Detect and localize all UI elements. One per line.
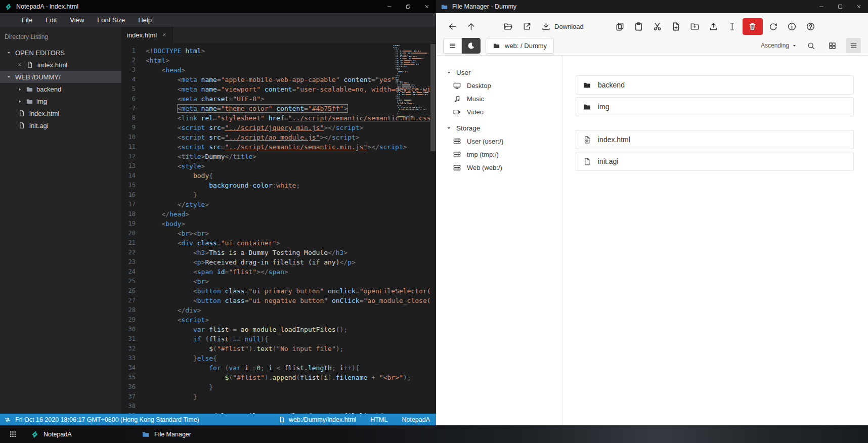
scissors-icon [653,22,662,31]
minimap[interactable] [393,45,428,118]
sidebar-section-header-user[interactable]: User [436,66,562,79]
code-line-34: 34 for (var i =0; i < flist.length; i++)… [121,363,430,373]
tree-item-backend[interactable]: backend [0,83,121,95]
file-row-index-html[interactable]: index.html [576,130,854,149]
file-manager-content: UserDesktopMusicVideoStorageUser (user:/… [436,56,868,425]
paste-button[interactable] [629,18,648,35]
tab-label: index.html [127,31,157,39]
apps-grid-icon [9,430,17,438]
tree-item-index-html[interactable]: index.html [0,59,121,71]
download-button[interactable]: Download [536,18,589,35]
sidebar-item-music[interactable]: Music [436,92,562,105]
grid-view-button[interactable] [824,38,840,53]
menu-font-size[interactable]: Font Size [91,13,132,27]
toolbar-right-controls: Ascending [761,36,861,55]
new-file-button[interactable] [667,18,685,35]
notepada-restore-button[interactable] [399,0,417,13]
code-line-36: 36 } [121,382,430,392]
menu-file[interactable]: File [15,13,39,27]
sidebar-item-user-user[interactable]: User (user:/) [436,135,562,148]
tree-item-web-dummy[interactable]: WEB:/DUMMY/ [0,71,121,83]
music-icon [453,95,461,103]
menu-view[interactable]: View [63,13,91,27]
open-in-new-window-button[interactable] [517,18,536,35]
notepada-close-button[interactable] [417,0,436,13]
scrollbar-thumb[interactable] [430,44,436,151]
moon-icon [467,41,475,50]
rename-button[interactable] [723,18,742,35]
sidebar-item-video[interactable]: Video [436,105,562,118]
file-row-init-agi[interactable]: init.agi [576,152,854,171]
tree-item-label: OPEN EDITORS [15,49,65,57]
file-plus-icon [671,22,681,31]
file-manager-close-button[interactable] [849,0,868,13]
tree-item-img[interactable]: img [0,95,121,107]
drive-icon [453,150,461,159]
delete-button[interactable] [743,18,763,35]
tree-item-label: index.html [29,110,59,117]
up-button[interactable] [462,18,481,35]
caret-down-icon [446,70,452,75]
notepada-minimize-button[interactable] [380,0,399,13]
sidebar-section-storage: StorageUser (user:/)tmp (tmp:/)Web (web:… [436,121,562,174]
search-button[interactable] [803,38,818,53]
tab-close-icon[interactable] [162,32,167,37]
address-bar[interactable]: web: / Dummy [486,38,554,54]
code-line-21: 21 <div class="ui container"> [121,238,430,248]
code-line-29: 29 <script> [121,315,430,325]
caret-down-icon [446,125,452,131]
new-folder-button[interactable] [685,18,704,35]
editor-scrollbar[interactable] [430,43,436,414]
chevron-down-icon [6,74,12,80]
status-path-text: web:/Dummy/index.html [289,416,356,423]
list-view-button[interactable] [846,38,861,53]
download-tray-icon [541,22,551,31]
tree-item-index-html[interactable]: index.html [0,107,121,119]
menu-toggle-button[interactable] [443,38,462,54]
dark-mode-button[interactable] [462,38,481,54]
open-button[interactable] [499,18,517,35]
folder-blue-icon [142,430,150,438]
refresh-button[interactable] [764,18,783,35]
hamburger-icon [448,41,457,50]
help-button[interactable] [801,18,820,35]
sidebar-item-web-web[interactable]: Web (web:/) [436,161,562,174]
file-row-label: index.html [598,136,630,144]
tab-index-html[interactable]: index.html [121,27,173,43]
taskbar: NotepadAFile Manager [0,425,868,443]
menu-help[interactable]: Help [132,13,158,27]
file-row-img[interactable]: img [576,97,854,116]
tree-item-init-agi[interactable]: init.agi [0,119,121,131]
sidebar-item-label: User (user:/) [467,138,503,145]
sidebar-item-desktop[interactable]: Desktop [436,79,562,92]
tree-item-open-editors[interactable]: OPEN EDITORS [0,47,121,59]
taskbar-item-notepada[interactable]: NotepadA [23,425,134,443]
drive-icon [453,137,461,146]
cut-button[interactable] [648,18,667,35]
sort-order-dropdown[interactable]: Ascending [761,42,797,49]
taskbar-item-label: File Manager [154,431,191,438]
code-area[interactable]: 1<!DOCTYPE html>2<html>3 <head>4 <meta n… [121,43,430,414]
sidebar-section-header-storage[interactable]: Storage [436,121,562,135]
back-button[interactable] [443,18,462,35]
sidebar-item-tmp-tmp[interactable]: tmp (tmp:/) [436,148,562,161]
app-launcher-button[interactable] [2,425,23,443]
notepada-logo-icon [5,3,12,11]
properties-button[interactable] [783,18,801,35]
file-row-label: img [598,103,610,111]
close-icon [856,4,862,10]
status-language: HTML [370,416,387,423]
editor[interactable]: index.html 1<!DOCTYPE html>2<html>3 <hea… [121,27,436,414]
file-row-backend[interactable]: backend [576,75,854,95]
info-icon [787,22,797,31]
notepada-main: Directory Listing OPEN EDITORSindex.html… [0,27,436,414]
menu-edit[interactable]: Edit [39,13,63,27]
file-manager-minimize-button[interactable] [812,0,831,13]
restore-icon [405,4,411,10]
taskbar-item-file-manager[interactable]: File Manager [134,425,245,443]
notepada-logo-icon [31,430,39,438]
copy-button[interactable] [611,18,629,35]
file-manager-maximize-button[interactable] [831,0,849,13]
upload-button[interactable] [704,18,723,35]
search-icon [807,41,815,50]
